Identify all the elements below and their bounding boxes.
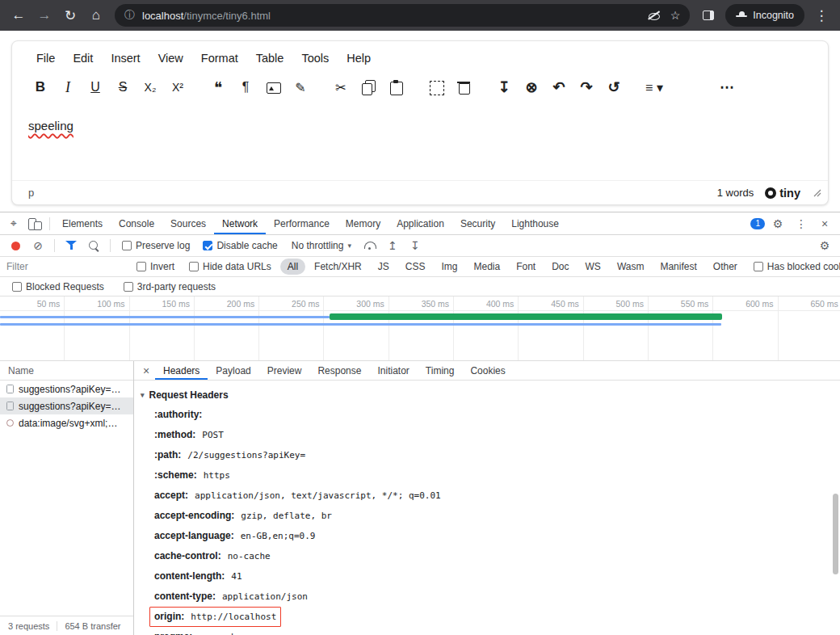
site-info-icon[interactable]: ⓘ xyxy=(124,8,135,23)
undo-icon[interactable]: ↶ xyxy=(545,74,573,101)
third-party-requests-checkbox[interactable]: 3rd-party requests xyxy=(124,281,216,292)
request-type-filter[interactable]: Font xyxy=(509,259,543,275)
filter-toggle-button[interactable] xyxy=(61,236,82,255)
subscript-icon[interactable]: X₂ xyxy=(136,74,164,101)
export-har-button[interactable]: ↧ xyxy=(405,236,426,255)
details-tab[interactable]: Timing xyxy=(418,361,463,380)
request-row[interactable]: suggestions?apiKey=… xyxy=(0,397,133,414)
request-type-filter[interactable]: JS xyxy=(371,259,397,275)
strikethrough-icon[interactable]: S xyxy=(109,74,136,101)
request-type-filter[interactable]: CSS xyxy=(398,259,433,275)
request-type-filter[interactable]: Media xyxy=(466,259,507,275)
reload-button[interactable]: ↻ xyxy=(58,3,82,27)
preserve-log-checkbox[interactable]: Preserve log xyxy=(122,240,190,251)
clear-button[interactable]: ⊘ xyxy=(27,236,48,255)
devtools-tab[interactable]: Console xyxy=(111,212,162,234)
menu-item[interactable]: View xyxy=(150,48,191,69)
editor-content[interactable]: speeling xyxy=(12,106,828,180)
copy-icon[interactable] xyxy=(355,74,382,101)
devtools-menu-button[interactable]: ⋮ xyxy=(791,214,812,233)
request-type-filter[interactable]: WS xyxy=(578,259,608,275)
devtools-tab[interactable]: Lighthouse xyxy=(503,212,567,234)
devtools-tab[interactable]: Memory xyxy=(338,212,388,234)
scrollbar[interactable] xyxy=(832,381,839,635)
details-tab[interactable]: Payload xyxy=(208,361,258,380)
blocked-requests-checkbox[interactable]: Blocked Requests xyxy=(12,281,104,292)
network-overview-timeline[interactable]: 50 ms100 ms150 ms200 ms250 ms300 ms350 m… xyxy=(0,296,840,361)
request-type-filter[interactable]: All xyxy=(280,259,305,275)
address-bar[interactable]: ⓘ localhost/tinymce/tiny6.html ☆ xyxy=(115,4,690,27)
name-column-header[interactable]: Name xyxy=(0,361,133,381)
menu-item[interactable]: File xyxy=(28,48,63,69)
devtools-settings-button[interactable]: ⚙ xyxy=(767,214,788,233)
request-row[interactable]: suggestions?apiKey=… xyxy=(0,381,133,397)
tiny-logo[interactable]: tiny xyxy=(765,187,800,200)
back-button[interactable]: ← xyxy=(6,3,31,27)
throttling-select[interactable]: No throttling▾ xyxy=(292,240,351,251)
scrollbar-thumb[interactable] xyxy=(833,494,838,574)
home-button[interactable]: ⌂ xyxy=(84,3,108,27)
cancel-icon[interactable]: ⊗ xyxy=(518,74,545,101)
cut-icon[interactable]: ✂ xyxy=(327,74,355,101)
forward-button[interactable]: → xyxy=(32,3,57,27)
details-tab[interactable]: Headers xyxy=(155,361,208,380)
request-type-filter[interactable]: Other xyxy=(706,259,745,275)
browser-menu-button[interactable]: ⋮ xyxy=(809,3,834,27)
disable-cache-checkbox[interactable]: Disable cache xyxy=(203,240,277,251)
request-headers-section-toggle[interactable]: ▾ Request Headers xyxy=(141,387,829,403)
pen-icon[interactable]: ✎ xyxy=(287,74,314,101)
insert-image-icon[interactable] xyxy=(259,74,287,101)
network-settings-button[interactable]: ⚙ xyxy=(814,236,835,255)
search-button[interactable] xyxy=(83,236,104,255)
more-icon[interactable]: ⋯ xyxy=(713,74,741,101)
menu-item[interactable]: Table xyxy=(248,48,292,69)
menu-item[interactable]: Help xyxy=(338,48,379,69)
hide-data-urls-checkbox[interactable]: Hide data URLs xyxy=(189,261,271,272)
devtools-tab[interactable]: Application xyxy=(388,212,452,234)
italic-icon[interactable]: I xyxy=(54,74,82,101)
menu-item[interactable]: Edit xyxy=(65,48,101,69)
bookmark-star-icon[interactable]: ☆ xyxy=(670,9,681,22)
record-button[interactable] xyxy=(5,236,26,255)
request-type-filter[interactable]: Fetch/XHR xyxy=(307,259,369,275)
request-type-filter[interactable]: Img xyxy=(434,259,464,275)
details-tab[interactable]: Cookies xyxy=(462,361,513,380)
device-toolbar-button[interactable] xyxy=(24,214,45,233)
underline-icon[interactable]: U xyxy=(82,74,109,101)
import-har-button[interactable]: ↥ xyxy=(382,236,403,255)
resize-handle-icon[interactable] xyxy=(813,189,821,197)
restore-draft-icon[interactable]: ↺ xyxy=(600,74,628,101)
request-row[interactable]: data:image/svg+xml;… xyxy=(0,414,133,431)
devtools-close-button[interactable]: × xyxy=(814,214,835,233)
devtools-tab[interactable]: Security xyxy=(452,212,503,234)
side-panel-button[interactable] xyxy=(696,3,720,27)
redo-icon[interactable]: ↷ xyxy=(573,74,600,101)
word-count[interactable]: 1 words xyxy=(717,187,754,199)
inspect-element-button[interactable]: ⌖ xyxy=(3,214,24,233)
devtools-tab[interactable]: Sources xyxy=(162,212,214,234)
console-messages-badge[interactable]: 1 xyxy=(750,218,765,229)
request-type-filter[interactable]: Wasm xyxy=(610,259,652,275)
paragraph-icon[interactable]: ¶ xyxy=(232,74,259,101)
delete-icon[interactable] xyxy=(450,74,477,101)
details-tab[interactable]: Response xyxy=(309,361,369,380)
devtools-tab[interactable]: Performance xyxy=(266,212,338,234)
devtools-tab[interactable]: Elements xyxy=(54,212,111,234)
superscript-icon[interactable]: X² xyxy=(164,74,191,101)
blockquote-icon[interactable]: ❝ xyxy=(204,74,232,101)
details-tab[interactable]: Initiator xyxy=(369,361,417,380)
request-type-filter[interactable]: Doc xyxy=(544,259,576,275)
menu-item[interactable]: Tools xyxy=(293,48,337,69)
network-conditions-button[interactable] xyxy=(359,236,380,255)
has-blocked-cookies-checkbox[interactable]: Has blocked cookies xyxy=(754,261,840,272)
request-type-filter[interactable]: Manifest xyxy=(653,259,704,275)
element-path[interactable]: p xyxy=(28,187,34,199)
align-icon[interactable]: ≡ ▾ xyxy=(640,74,668,101)
close-details-button[interactable]: × xyxy=(137,361,155,381)
select-all-icon[interactable] xyxy=(422,74,450,101)
invert-checkbox[interactable]: Invert xyxy=(136,261,174,272)
bold-icon[interactable]: B xyxy=(27,74,54,101)
devtools-tab[interactable]: Network xyxy=(214,212,266,234)
filter-input[interactable] xyxy=(6,261,128,272)
eye-off-icon[interactable] xyxy=(648,11,661,20)
